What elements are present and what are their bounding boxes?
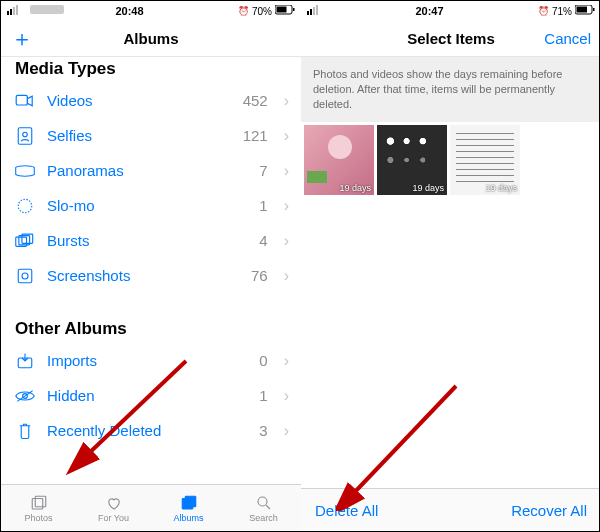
days-remaining: 19 days <box>412 183 444 193</box>
album-row-hidden[interactable]: Hidden1› <box>1 378 301 413</box>
photo-thumb[interactable]: 19 days <box>450 125 520 195</box>
imports-icon <box>15 351 35 371</box>
deleted-icon <box>15 421 35 441</box>
recover-all-button[interactable]: Recover All <box>511 502 587 519</box>
album-count: 0 <box>238 352 268 369</box>
chevron-icon: › <box>284 127 289 145</box>
album-count: 452 <box>238 92 268 109</box>
status-time: 20:47 <box>415 5 443 17</box>
battery-icon <box>575 5 595 17</box>
svg-rect-5 <box>277 7 287 13</box>
svg-point-15 <box>22 273 28 279</box>
nav-bar: Select Items Cancel <box>301 21 600 57</box>
album-row-bursts[interactable]: Bursts4› <box>1 223 301 258</box>
album-row-deleted[interactable]: Recently Deleted3› <box>1 413 301 448</box>
tab-photos[interactable]: Photos <box>1 485 76 531</box>
album-count: 1 <box>238 387 268 404</box>
media-types-list: Videos452›Selfies121›Panoramas7›Slo-mo1›… <box>1 83 301 293</box>
album-label: Videos <box>47 92 226 109</box>
chevron-icon: › <box>284 162 289 180</box>
album-label: Bursts <box>47 232 226 249</box>
bottom-toolbar: Delete All Recover All <box>301 488 600 531</box>
svg-point-23 <box>258 497 267 506</box>
chevron-icon: › <box>284 422 289 440</box>
photo-thumb[interactable]: 19 days <box>304 125 374 195</box>
tab-label: For You <box>98 513 129 523</box>
svg-rect-3 <box>16 5 18 15</box>
svg-rect-6 <box>293 8 295 11</box>
svg-point-10 <box>18 199 32 213</box>
svg-rect-28 <box>316 5 318 15</box>
svg-line-24 <box>266 505 270 509</box>
status-bar: 20:47 ⏰ 71% <box>301 1 600 21</box>
album-row-videos[interactable]: Videos452› <box>1 83 301 118</box>
other-albums-list: Imports0›Hidden1›Recently Deleted3› <box>1 343 301 448</box>
days-remaining: 19 days <box>485 183 517 193</box>
chevron-icon: › <box>284 92 289 110</box>
svg-rect-19 <box>32 498 43 509</box>
album-count: 4 <box>238 232 268 249</box>
album-row-panoramas[interactable]: Panoramas7› <box>1 153 301 188</box>
hidden-icon <box>15 386 35 406</box>
tab-label: Albums <box>173 513 203 523</box>
nav-bar: ＋ Albums <box>1 21 301 57</box>
album-row-imports[interactable]: Imports0› <box>1 343 301 378</box>
album-row-screenshots[interactable]: Screenshots76› <box>1 258 301 293</box>
tab-label: Photos <box>24 513 52 523</box>
battery-icon <box>275 5 295 17</box>
tab-label: Search <box>249 513 278 523</box>
album-label: Selfies <box>47 127 226 144</box>
svg-rect-20 <box>35 496 46 507</box>
svg-rect-26 <box>310 9 312 15</box>
album-label: Screenshots <box>47 267 226 284</box>
nav-title: Albums <box>1 30 301 47</box>
status-time: 20:48 <box>115 5 143 17</box>
selfies-icon <box>15 126 35 146</box>
thumbnail-grid: 19 days 19 days 19 days <box>301 122 600 198</box>
chevron-icon: › <box>284 352 289 370</box>
cancel-button[interactable]: Cancel <box>544 30 591 47</box>
svg-rect-31 <box>593 8 595 11</box>
chevron-icon: › <box>284 197 289 215</box>
tab-foryou[interactable]: For You <box>76 485 151 531</box>
svg-rect-7 <box>16 95 27 105</box>
svg-rect-25 <box>307 11 309 15</box>
tab-albums[interactable]: Albums <box>151 485 226 531</box>
alarm-icon: ⏰ <box>538 6 549 16</box>
tab-search[interactable]: Search <box>226 485 301 531</box>
chevron-icon: › <box>284 267 289 285</box>
album-count: 7 <box>238 162 268 179</box>
bursts-icon <box>15 231 35 251</box>
battery-text: 71% <box>552 6 572 17</box>
album-count: 76 <box>238 267 268 284</box>
album-label: Imports <box>47 352 226 369</box>
svg-rect-14 <box>18 269 32 283</box>
panoramas-icon <box>15 161 35 181</box>
album-label: Slo-mo <box>47 197 226 214</box>
carrier-blur <box>30 5 64 14</box>
svg-rect-30 <box>577 7 588 13</box>
svg-point-9 <box>23 132 28 137</box>
album-row-slomo[interactable]: Slo-mo1› <box>1 188 301 223</box>
svg-rect-27 <box>313 7 315 15</box>
alarm-icon: ⏰ <box>238 6 249 16</box>
battery-text: 70% <box>252 6 272 17</box>
album-row-selfies[interactable]: Selfies121› <box>1 118 301 153</box>
svg-rect-22 <box>185 496 196 507</box>
album-label: Panoramas <box>47 162 226 179</box>
album-label: Recently Deleted <box>47 422 226 439</box>
days-remaining: 19 days <box>339 183 371 193</box>
screenshots-icon <box>15 266 35 286</box>
svg-rect-2 <box>13 7 15 15</box>
signal-icon <box>307 5 321 17</box>
svg-rect-0 <box>7 11 9 15</box>
chevron-icon: › <box>284 387 289 405</box>
svg-rect-1 <box>10 9 12 15</box>
album-label: Hidden <box>47 387 226 404</box>
delete-all-button[interactable]: Delete All <box>315 502 378 519</box>
photo-thumb[interactable]: 19 days <box>377 125 447 195</box>
deletion-notice: Photos and videos show the days remainin… <box>301 57 600 122</box>
add-button[interactable]: ＋ <box>11 28 33 50</box>
signal-icon <box>7 5 21 17</box>
slomo-icon <box>15 196 35 216</box>
